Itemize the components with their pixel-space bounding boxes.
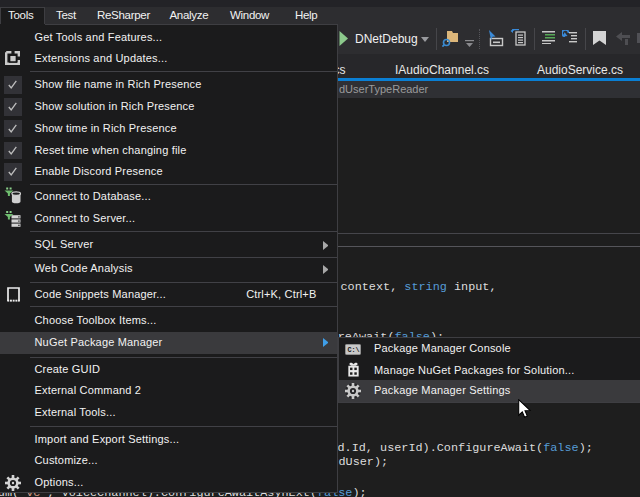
svg-text:C:\: C:\ — [347, 346, 359, 354]
